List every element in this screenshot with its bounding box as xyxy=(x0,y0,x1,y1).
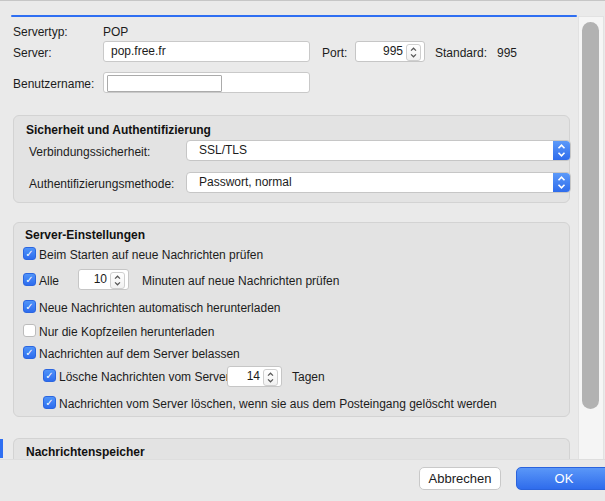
username-label: Benutzername: xyxy=(13,77,94,91)
delete-after-suffix-label: Tagen xyxy=(292,370,325,384)
servertype-label: Servertyp: xyxy=(13,25,68,39)
port-stepper[interactable] xyxy=(406,44,421,61)
window-top-edge xyxy=(0,0,605,1)
up-down-stepper-icon xyxy=(267,372,274,383)
checkbox-check-every[interactable]: ✓ xyxy=(23,273,36,286)
port-value: 995 xyxy=(383,42,403,61)
headers-only-label[interactable]: Nur die Kopfzeilen herunterladen xyxy=(39,325,214,339)
port-input[interactable]: 995 xyxy=(355,41,425,62)
checkmark-icon: ✓ xyxy=(25,301,33,312)
pop-server-settings-dialog: Servertyp: POP Server: pop.free.fr Port:… xyxy=(0,0,605,501)
checkbox-delete-when-removed[interactable]: ✓ xyxy=(43,396,56,409)
check-on-start-label[interactable]: Beim Starten auf neue Nachrichten prüfen xyxy=(39,248,263,262)
username-value xyxy=(108,79,115,93)
checkmark-icon: ✓ xyxy=(25,347,33,358)
cancel-button[interactable]: Abbrechen xyxy=(419,467,501,490)
connection-security-value: SSL/TLS xyxy=(187,141,570,160)
message-storage-title: Nachrichtenspeicher xyxy=(26,445,145,459)
checkbox-headers-only[interactable]: ✓ xyxy=(23,324,36,337)
servertype-value: POP xyxy=(103,25,128,39)
standard-port-label: Standard: xyxy=(435,46,487,60)
delete-after-days-stepper[interactable] xyxy=(263,369,278,386)
delete-when-removed-label[interactable]: Nachrichten vom Server löschen, wenn sie… xyxy=(59,397,497,411)
select-cap xyxy=(553,141,570,160)
port-label: Port: xyxy=(322,46,347,60)
username-input[interactable] xyxy=(103,72,310,93)
connection-security-label: Verbindungssicherheit: xyxy=(29,145,150,159)
ok-button[interactable]: OK xyxy=(516,467,605,490)
security-section-title: Sicherheit und Authentifizierung xyxy=(26,123,211,137)
dialog-footer: Abbrechen OK xyxy=(0,459,605,501)
checkbox-delete-after[interactable]: ✓ xyxy=(43,369,56,382)
server-input[interactable]: pop.free.fr xyxy=(103,41,310,62)
focus-ring-fragment xyxy=(0,439,3,458)
auto-download-label[interactable]: Neue Nachrichten automatisch herunterlad… xyxy=(39,301,280,315)
leave-on-server-label[interactable]: Nachrichten auf dem Server belassen xyxy=(39,347,240,361)
check-every-suffix-label: Minuten auf neue Nachrichten prüfen xyxy=(142,274,339,288)
standard-port-value: 995 xyxy=(497,46,517,60)
check-interval-field[interactable]: 10 xyxy=(78,269,129,290)
checkmark-icon: ✓ xyxy=(25,274,33,285)
username-inner-input[interactable] xyxy=(107,75,222,92)
checkmark-icon: ✓ xyxy=(45,397,53,408)
checkbox-check-on-start[interactable]: ✓ xyxy=(23,247,36,260)
checkbox-auto-download[interactable]: ✓ xyxy=(23,300,36,313)
auth-method-select[interactable]: Passwort, normal xyxy=(186,172,571,193)
connection-security-select[interactable]: SSL/TLS xyxy=(186,140,571,161)
auth-method-label: Authentifizierungsmethode: xyxy=(29,177,174,191)
up-down-stepper-icon xyxy=(114,275,121,286)
select-cap xyxy=(553,173,570,192)
checkmark-icon: ✓ xyxy=(25,248,33,259)
auth-method-value: Passwort, normal xyxy=(187,173,570,192)
delete-after-days-value: 14 xyxy=(247,367,260,386)
up-down-stepper-icon xyxy=(410,47,417,58)
server-settings-title: Server-Einstellungen xyxy=(25,228,145,242)
check-interval-stepper[interactable] xyxy=(110,272,125,289)
content-focus-top-line xyxy=(11,15,577,17)
check-every-prefix-label[interactable]: Alle xyxy=(39,274,59,288)
server-input-value: pop.free.fr xyxy=(104,42,309,61)
delete-after-days-field[interactable]: 14 xyxy=(227,366,282,387)
up-down-chevrons-icon xyxy=(557,176,566,189)
security-section: Sicherheit und Authentifizierung Verbind… xyxy=(13,115,570,203)
scrollbar-thumb[interactable] xyxy=(582,22,599,409)
checkmark-icon: ✓ xyxy=(45,370,53,381)
message-storage-section: Nachrichtenspeicher xyxy=(13,438,570,459)
checkbox-leave-on-server[interactable]: ✓ xyxy=(23,346,36,359)
check-interval-value: 10 xyxy=(94,270,107,289)
server-label: Server: xyxy=(13,46,52,60)
up-down-chevrons-icon xyxy=(557,144,566,157)
